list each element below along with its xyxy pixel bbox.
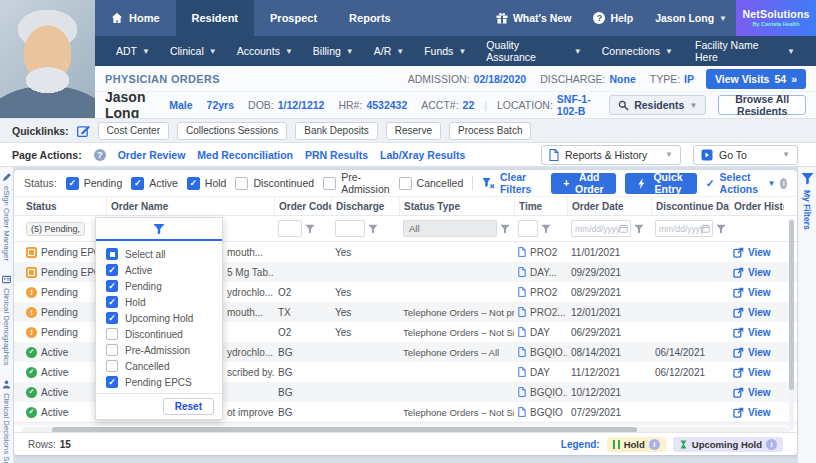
quicklink-bank-deposits[interactable]: Bank Deposits	[295, 122, 377, 140]
order-code-filter-input[interactable]	[278, 220, 302, 237]
nav-home[interactable]: Home	[95, 0, 176, 36]
link-lab-xray-results[interactable]: Lab/Xray Results	[380, 149, 465, 161]
calendar-icon[interactable]	[701, 224, 710, 233]
active-icon	[26, 407, 37, 418]
nav-quality-assurance[interactable]: Quality Assurance▼	[477, 39, 590, 63]
help-button[interactable]: ? Help	[584, 12, 642, 24]
calendar-icon[interactable]	[619, 224, 628, 233]
facility-selector[interactable]: Facility Name Here▼	[686, 39, 804, 63]
residents-dropdown-button[interactable]: Residents ▼	[609, 95, 706, 115]
nav-adt[interactable]: ADT▼	[107, 45, 159, 57]
help-circle-icon[interactable]: ?	[94, 149, 106, 161]
vertical-scrollbar-thumb[interactable]	[789, 220, 794, 390]
view-order-history-link[interactable]: View	[729, 402, 784, 422]
funnel-icon[interactable]	[634, 224, 644, 234]
view-order-history-link[interactable]: View	[729, 282, 784, 302]
checkbox-pending[interactable]: Pending	[66, 177, 123, 190]
goto-dropdown[interactable]: Go To ▼	[693, 145, 798, 165]
col-order-code[interactable]: Order Code	[274, 197, 331, 215]
quicklink-cost-center[interactable]: Cost Center	[98, 122, 169, 140]
dropdown-item-pre-admission[interactable]: Pre-Admission	[96, 342, 222, 358]
status-type-filter-select[interactable]: All	[403, 220, 497, 237]
rail-clinical-demographics[interactable]: Clinical Demographics	[2, 275, 11, 366]
checkbox-active[interactable]: Active	[131, 177, 178, 190]
nav-resident[interactable]: Resident	[176, 0, 254, 36]
col-order-history[interactable]: Order History	[729, 197, 784, 215]
dropdown-item-active[interactable]: Active	[96, 262, 222, 278]
col-time[interactable]: Time	[514, 197, 567, 215]
dropdown-item-discontinued[interactable]: Discontinued	[96, 326, 222, 342]
hr-label: HR#:	[338, 99, 362, 111]
nav-accounts[interactable]: Accounts▼	[228, 45, 302, 57]
view-order-history-link[interactable]: View	[729, 262, 784, 282]
view-order-history-link[interactable]: View	[729, 242, 784, 262]
checkbox-cancelled[interactable]: Cancelled	[399, 177, 464, 190]
funnel-icon[interactable]	[716, 224, 726, 234]
vertical-scrollbar[interactable]	[789, 218, 794, 430]
dropdown-item-upcoming-hold[interactable]: Upcoming Hold	[96, 310, 222, 326]
clear-filters-button[interactable]: Clear Filters	[482, 171, 533, 195]
view-order-history-link[interactable]: View	[729, 302, 784, 322]
chevron-down-icon: ▼	[768, 179, 776, 188]
checkbox-icon	[106, 296, 118, 308]
nav-clinical[interactable]: Clinical▼	[161, 45, 226, 57]
funnel-icon[interactable]	[500, 224, 510, 234]
view-icon	[733, 327, 744, 338]
checkbox-icon	[106, 328, 118, 340]
view-order-history-link[interactable]: View	[729, 342, 784, 362]
quicklink-process-batch[interactable]: Process Batch	[449, 122, 531, 140]
quicklink-reserve[interactable]: Reserve	[386, 122, 441, 140]
dropdown-item-hold[interactable]: Hold	[96, 294, 222, 310]
nav-billing[interactable]: Billing▼	[304, 45, 363, 57]
checkbox-discontinued[interactable]: Discontinued	[235, 177, 314, 190]
col-order-name[interactable]: Order Name	[106, 197, 274, 215]
checkbox-pre-admission[interactable]: Pre-Admission	[323, 171, 389, 195]
view-order-history-link[interactable]: View	[729, 382, 784, 402]
info-icon[interactable]	[649, 439, 660, 450]
funnel-icon[interactable]	[368, 224, 378, 234]
browse-all-residents-button[interactable]: Browse All Residents	[718, 95, 806, 115]
reports-history-dropdown[interactable]: Reports & History ▼	[541, 145, 681, 165]
link-prn-results[interactable]: PRN Results	[305, 149, 368, 161]
col-order-date[interactable]: Order Date	[567, 197, 651, 215]
select-actions-button[interactable]: ✓ Select Actions ▼	[706, 171, 787, 195]
link-med-reconciliation[interactable]: Med Reconciliation	[197, 149, 293, 161]
time-filter-input[interactable]	[518, 220, 538, 237]
dropdown-item-pending[interactable]: Pending	[96, 278, 222, 294]
dropdown-item-cancelled[interactable]: Cancelled	[96, 358, 222, 374]
quick-entry-button[interactable]: Quick Entry	[625, 173, 697, 194]
info-icon[interactable]	[766, 439, 777, 450]
funnel-icon[interactable]	[541, 224, 551, 234]
status-filter-chip[interactable]: (5) Pending,	[26, 222, 85, 236]
user-menu[interactable]: Jason Long ▼	[646, 12, 736, 24]
rail-esign-order-manager[interactable]: eSign Order Manager	[2, 173, 11, 261]
quicklink-collections-sessions[interactable]: Collections Sessions	[177, 122, 287, 140]
my-filters-label[interactable]: My Filters	[802, 190, 812, 230]
col-discontinue-date[interactable]: Discontinue Date	[651, 197, 729, 215]
add-order-button[interactable]: + Add Order	[551, 173, 616, 194]
dropdown-item-pending-epcs[interactable]: Pending EPCS	[96, 374, 222, 390]
nav-funds[interactable]: Funds▼	[415, 45, 475, 57]
view-visits-button[interactable]: View Visits 54 »	[706, 69, 806, 89]
link-order-review[interactable]: Order Review	[118, 149, 186, 161]
funnel-icon[interactable]	[305, 224, 315, 234]
page-title: PHYSICIAN ORDERS	[105, 73, 220, 85]
reset-button[interactable]: Reset	[163, 398, 214, 415]
nav-ar[interactable]: A/R▼	[365, 45, 413, 57]
checkbox-hold[interactable]: Hold	[187, 177, 227, 190]
nav-connections[interactable]: Connections▼	[593, 45, 682, 57]
discharge-filter-input[interactable]	[335, 220, 365, 237]
col-status[interactable]: Status	[22, 197, 106, 215]
view-order-history-link[interactable]: View	[729, 362, 784, 382]
filter-funnel-icon[interactable]	[801, 172, 814, 185]
rail-clinical-decisions-support[interactable]: Clinical Decisions Support	[2, 380, 11, 463]
view-order-history-link[interactable]: View	[729, 322, 784, 342]
nav-reports[interactable]: Reports	[333, 0, 407, 36]
whats-new-button[interactable]: What's New	[487, 12, 581, 24]
nav-prospect[interactable]: Prospect	[254, 0, 333, 36]
edit-quicklinks-icon[interactable]	[77, 124, 90, 137]
col-discharge[interactable]: Discharge	[331, 197, 399, 215]
col-status-type[interactable]: Status Type	[399, 197, 514, 215]
dropdown-item-select-all[interactable]: Select all	[96, 246, 222, 262]
document-icon	[518, 287, 526, 297]
